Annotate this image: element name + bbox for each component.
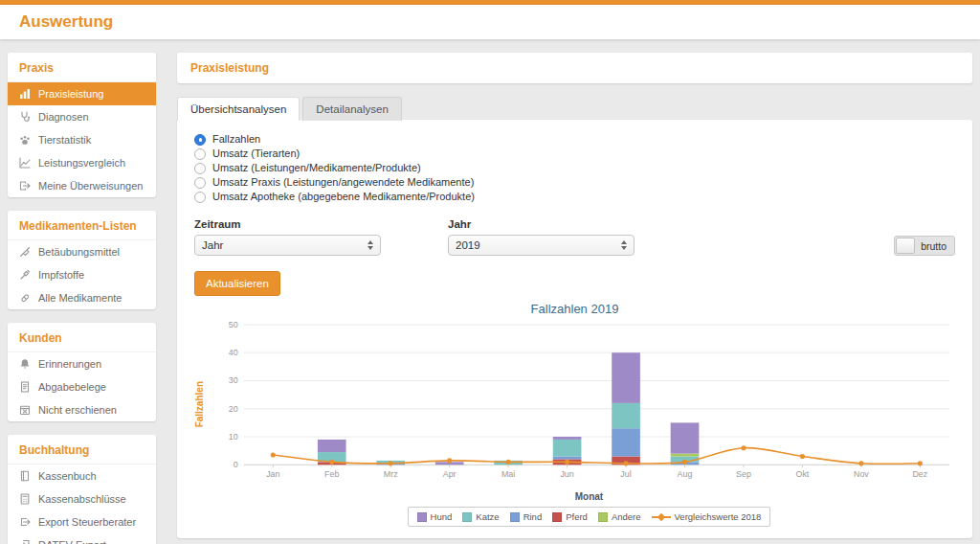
export-icon xyxy=(19,516,31,528)
sidebar-item-abgabebelege[interactable]: Abgabebelege xyxy=(8,375,156,398)
toggle-knob-icon xyxy=(896,238,915,254)
page-title: Auswertung xyxy=(19,12,113,32)
section-title-kunden: Kunden xyxy=(8,323,156,352)
sidebar-item-label: DATEV-Export xyxy=(38,539,106,544)
sidebar-section-medikamenten-listen: Medikamenten-Listen Betäubungsmittel Imp… xyxy=(8,211,156,309)
sidebar-item-label: Kassenbuch xyxy=(38,470,97,482)
section-title-medikamenten-listen: Medikamenten-Listen xyxy=(8,211,156,240)
legend-item-vergleichswerte[interactable]: Vergleichswerte 2018 xyxy=(652,511,762,522)
radio-label: Umsatz Apotheke (abgegebene Medikamente/… xyxy=(212,191,475,203)
tab-uebersichtsanalysen[interactable]: Übersichtsanalysen xyxy=(177,97,300,121)
svg-text:Okt: Okt xyxy=(796,469,810,479)
sidebar-item-tierstatistik[interactable]: Tierstatistik xyxy=(8,128,156,151)
sidebar-item-label: Abgabebelege xyxy=(38,381,106,393)
svg-text:Sep: Sep xyxy=(736,469,751,479)
legend-item[interactable]: Katze xyxy=(462,511,499,522)
jahr-field: Jahr 2019 xyxy=(448,218,635,256)
chart-title: Fallzahlen 2019 xyxy=(194,302,955,316)
sidebar-item-label: Export Steuerberater xyxy=(38,516,136,528)
svg-text:Mrz: Mrz xyxy=(384,469,398,479)
svg-text:Mai: Mai xyxy=(501,469,515,479)
section-title-buchhaltung: Buchhaltung xyxy=(8,435,156,465)
sidebar-item-label: Impfstoffe xyxy=(38,269,84,281)
brutto-label: brutto xyxy=(921,240,947,252)
zeitraum-select[interactable]: Jahr xyxy=(194,235,381,256)
x-axis-label: Monat xyxy=(194,491,955,502)
sidebar-item-export-steuerberater[interactable]: Export Steuerberater xyxy=(8,510,156,533)
radio-fallzahlen[interactable]: Fallzahlen xyxy=(194,133,955,146)
sidebar-item-label: Erinnerungen xyxy=(38,358,101,370)
tab-detailanalysen[interactable]: Detailanalysen xyxy=(302,97,401,121)
receipt-icon xyxy=(19,381,31,393)
svg-text:30: 30 xyxy=(229,375,238,385)
svg-text:Nov: Nov xyxy=(854,469,869,479)
sidebar-item-kassenbuch[interactable]: Kassenbuch xyxy=(8,465,156,487)
sidebar-item-praxisleistung[interactable]: Praxisleistung xyxy=(8,82,156,105)
aktualisieren-button[interactable]: Aktualisieren xyxy=(194,271,280,296)
referral-arrow-icon xyxy=(19,180,31,192)
panel-title: Praxisleistung xyxy=(177,53,972,83)
radio-umsatz-praxis[interactable]: Umsatz Praxis (Leistungen/angewendete Me… xyxy=(194,176,955,189)
sidebar-section-buchhaltung: Buchhaltung Kassenbuch Kassenabschlüsse … xyxy=(8,435,156,544)
zeitraum-label: Zeitraum xyxy=(194,218,381,230)
sidebar-item-label: Nicht erschienen xyxy=(38,404,117,416)
sidebar-item-impfstoffe[interactable]: Impfstoffe xyxy=(8,263,156,286)
radio-umsatz-apotheke[interactable]: Umsatz Apotheke (abgegebene Medikamente/… xyxy=(194,191,955,203)
sidebar-item-nicht-erschienen[interactable]: Nicht erschienen xyxy=(8,398,156,421)
fallzahlen-chart: Fallzahlen 2019 Fallzahlen 01020304050Ja… xyxy=(194,302,955,527)
sidebar-item-erinnerungen[interactable]: Erinnerungen xyxy=(8,352,156,375)
svg-text:Jan: Jan xyxy=(266,469,279,479)
app-header: Auswertung xyxy=(0,5,980,39)
vaccine-icon xyxy=(19,269,31,281)
legend-item[interactable]: Andere xyxy=(598,511,641,522)
chart-legend: HundKatzeRindPferdAndereVergleichswerte … xyxy=(408,507,771,527)
datev-export-icon xyxy=(19,539,31,544)
main-area: Praxisleistung Übersichtsanalysen Detail… xyxy=(177,53,972,538)
radio-umsatz-leistungen[interactable]: Umsatz (Leistungen/Medikamente/Produkte) xyxy=(194,162,955,174)
radio-button-icon xyxy=(194,163,206,174)
svg-text:Dez: Dez xyxy=(912,469,927,479)
radio-button-icon xyxy=(194,148,206,160)
jahr-value: 2019 xyxy=(456,239,480,251)
sidebar-item-label: Diagnosen xyxy=(38,111,89,123)
sidebar-item-diagnosen[interactable]: Diagnosen xyxy=(8,105,156,128)
select-stepper-icon xyxy=(368,240,373,250)
svg-text:20: 20 xyxy=(229,404,238,414)
sidebar-item-alle-medikamente[interactable]: Alle Medikamente xyxy=(8,286,156,309)
svg-text:Jul: Jul xyxy=(620,469,631,479)
legend-item[interactable]: Hund xyxy=(417,511,453,522)
filter-form: Zeitraum Jahr Jahr 2019 xyxy=(194,218,955,256)
svg-text:Feb: Feb xyxy=(324,469,339,479)
sidebar-item-betaeubungsmittel[interactable]: Betäubungsmittel xyxy=(8,240,156,263)
sidebar-item-leistungsvergleich[interactable]: Leistungsvergleich xyxy=(8,151,156,174)
radio-label: Umsatz (Tierarten) xyxy=(212,147,300,160)
radio-umsatz-tierarten[interactable]: Umsatz (Tierarten) xyxy=(194,147,955,160)
sidebar-item-ueberweisungen[interactable]: Meine Überweisungen xyxy=(8,174,156,197)
zeitraum-value: Jahr xyxy=(202,239,223,251)
select-stepper-icon xyxy=(621,240,627,250)
jahr-label: Jahr xyxy=(448,218,635,230)
svg-text:Jun: Jun xyxy=(560,469,573,479)
bar-chart-icon xyxy=(19,88,31,100)
sidebar-item-kassenabschluesse[interactable]: Kassenabschlüsse xyxy=(8,487,156,510)
sidebar-item-label: Betäubungsmittel xyxy=(38,246,120,258)
sidebar-item-label: Tierstatistik xyxy=(38,134,91,146)
sidebar-item-label: Leistungsvergleich xyxy=(38,157,125,169)
calculator-icon xyxy=(19,493,31,505)
syringe-icon xyxy=(19,246,31,258)
jahr-select[interactable]: 2019 xyxy=(448,235,635,256)
chart-line-icon xyxy=(19,157,31,169)
report-type-radios: Fallzahlen Umsatz (Tierarten) Umsatz (Le… xyxy=(194,133,955,203)
brutto-toggle[interactable]: brutto xyxy=(894,236,955,256)
y-axis-label: Fallzahlen xyxy=(194,381,208,427)
sidebar-item-datev-export[interactable]: DATEV-Export xyxy=(8,533,156,544)
sidebar-item-label: Meine Überweisungen xyxy=(38,180,143,192)
svg-text:Aug: Aug xyxy=(678,469,693,479)
legend-item[interactable]: Rind xyxy=(510,511,543,522)
reminder-bell-icon xyxy=(19,358,31,370)
svg-text:40: 40 xyxy=(229,348,238,357)
radio-label: Umsatz (Leistungen/Medikamente/Produkte) xyxy=(212,162,421,174)
legend-item[interactable]: Pferd xyxy=(552,511,588,522)
svg-text:Apr: Apr xyxy=(443,469,457,479)
svg-text:10: 10 xyxy=(229,432,238,442)
